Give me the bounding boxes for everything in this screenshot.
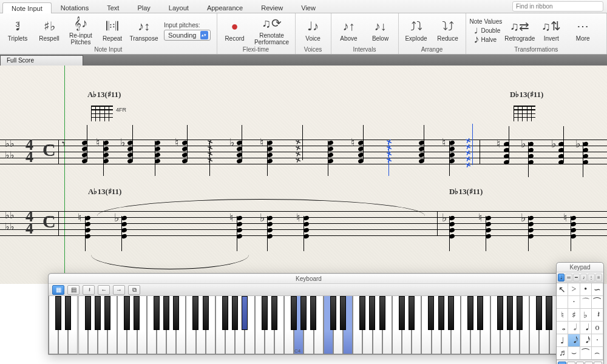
- chord-symbol[interactable]: A♭13(♯11): [88, 187, 121, 197]
- black-key[interactable]: [517, 296, 523, 330]
- black-key[interactable]: [428, 296, 434, 330]
- black-key[interactable]: [507, 296, 513, 330]
- keypad-tab-1[interactable]: ♩: [558, 274, 565, 281]
- keypad-voice-all[interactable]: All: [594, 362, 602, 364]
- tab-appearance[interactable]: Appearance: [198, 2, 252, 13]
- keypad-cell[interactable]: ∽: [592, 283, 603, 296]
- keypad-cell[interactable]: ♮: [557, 309, 568, 322]
- keypad-voice-4[interactable]: 4: [585, 362, 593, 364]
- keyboard-panel[interactable]: Keyboard ▦ ▤ 𝄽 ← → ⧉ C4 NORMAL: [48, 273, 569, 355]
- keypad-cell[interactable]: 𝄽: [592, 309, 603, 322]
- double-button[interactable]: 𝅗𝅥𝅗𝅥Double: [470, 27, 503, 35]
- renotate-button[interactable]: ♫⟳Renotate Performance: [253, 15, 291, 46]
- black-key[interactable]: [203, 296, 209, 330]
- score-canvas[interactable]: A♭13(♯11) 4FR D♭13(♯11) A♭13(♯11) D♭13(♯…: [0, 66, 607, 284]
- black-key[interactable]: [192, 296, 198, 330]
- black-key[interactable]: [232, 296, 238, 330]
- keypad-cell[interactable]: ♬: [557, 347, 568, 360]
- keypad-cell[interactable]: ⌣: [568, 347, 580, 360]
- tab-text[interactable]: Text: [98, 2, 128, 13]
- black-key[interactable]: [467, 296, 473, 330]
- black-key[interactable]: [65, 296, 71, 330]
- keypad-cell[interactable]: •: [580, 283, 592, 296]
- black-key[interactable]: [291, 296, 297, 330]
- keypad-voice-3[interactable]: 3: [576, 362, 585, 364]
- keypad-cell[interactable]: 𝅝: [557, 322, 568, 334]
- black-key[interactable]: [330, 296, 336, 330]
- keypad-cell[interactable]: ·: [592, 334, 603, 347]
- black-key[interactable]: [438, 296, 444, 330]
- black-key[interactable]: [369, 296, 375, 330]
- transpose-button[interactable]: ♪↕Transpose: [130, 18, 158, 42]
- black-key[interactable]: [55, 296, 61, 330]
- black-key[interactable]: [546, 296, 552, 330]
- black-key[interactable]: [359, 296, 365, 330]
- voice-button[interactable]: ♩♪Voice: [299, 18, 327, 42]
- below-button[interactable]: ♪↓Below: [367, 18, 395, 42]
- respell-button[interactable]: ♯♭Respell: [35, 18, 63, 42]
- keypad-cell[interactable]: ♩: [557, 334, 568, 347]
- record-button[interactable]: ●Record: [221, 18, 249, 42]
- chord-diagram-ab[interactable]: 4FR: [89, 101, 115, 124]
- black-key[interactable]: [379, 296, 385, 330]
- black-key[interactable]: [222, 296, 228, 330]
- keypad-cell[interactable]: ⌢: [592, 347, 603, 360]
- repeat-button[interactable]: 𝄆𝄇Repeat: [98, 18, 126, 42]
- reinput-pitches-button[interactable]: 𝄞♪Re-input Pitches: [67, 15, 95, 46]
- chord-symbol[interactable]: A♭13(♯11): [87, 90, 121, 99]
- keyboard-prev-button[interactable]: ←: [98, 285, 110, 295]
- reduce-button[interactable]: ⤵⤴Reduce: [434, 18, 462, 42]
- black-key[interactable]: [163, 296, 169, 330]
- black-key[interactable]: [85, 296, 91, 330]
- keypad-voice-1[interactable]: 1: [558, 362, 566, 364]
- keypad-cell[interactable]: ⌒: [580, 296, 592, 309]
- black-key[interactable]: [477, 296, 483, 330]
- keypad-voice-2[interactable]: 2: [567, 362, 575, 364]
- black-key[interactable]: [536, 296, 542, 330]
- black-key[interactable]: [262, 296, 268, 330]
- keypad-cell[interactable]: 𝅗𝅥: [568, 322, 580, 334]
- black-key[interactable]: [242, 296, 248, 330]
- tab-notations[interactable]: Notations: [52, 2, 98, 13]
- black-key[interactable]: [271, 296, 277, 330]
- keypad-tab-3[interactable]: ━: [573, 274, 580, 281]
- chord-symbol[interactable]: D♭13(♯11): [510, 90, 543, 99]
- black-key[interactable]: [497, 296, 503, 330]
- black-key[interactable]: [173, 296, 179, 330]
- black-key[interactable]: [310, 296, 316, 330]
- more-button[interactable]: ⋯More: [569, 18, 597, 42]
- tab-view[interactable]: View: [292, 2, 325, 13]
- black-key[interactable]: [124, 296, 130, 330]
- keypad-cell[interactable]: ↖: [557, 283, 568, 296]
- keyboard-window-button[interactable]: ⧉: [128, 285, 140, 295]
- ribbon-search-input[interactable]: [512, 1, 603, 12]
- keypad-cell[interactable]: ⁀: [580, 347, 592, 360]
- black-key[interactable]: [104, 296, 110, 330]
- keypad-cell[interactable]: [557, 296, 568, 309]
- input-pitches-select[interactable]: Sounding ▴▾: [164, 30, 211, 41]
- keypad-cell[interactable]: >: [568, 283, 580, 296]
- black-key[interactable]: [300, 296, 307, 330]
- keyboard-view1-button[interactable]: ▦: [52, 285, 64, 295]
- above-button[interactable]: ♪↑Above: [335, 18, 363, 42]
- score-tab-full-score[interactable]: Full Score: [0, 55, 83, 66]
- keypad-panel[interactable]: Keypad ♩ ═ ━ ♪ ⋮ ≡ ↖>•∽·⌒⁀♮♯♭𝄽𝅝𝅗𝅥𝅘𝅥o♩𝅘𝅥𝅮…: [556, 262, 604, 364]
- tab-play[interactable]: Play: [128, 2, 159, 13]
- keyboard-rest-button[interactable]: 𝄽: [83, 285, 95, 295]
- keyboard-view2-button[interactable]: ▤: [67, 285, 80, 295]
- keypad-cell[interactable]: 𝅘𝅥𝅯: [580, 334, 592, 347]
- chord-diagram-db[interactable]: [511, 101, 538, 124]
- retrograde-button[interactable]: ♫⇄Retrograde: [506, 18, 534, 42]
- keypad-cell[interactable]: ♯: [568, 309, 580, 322]
- black-key[interactable]: [409, 296, 415, 330]
- explode-button[interactable]: ⤴⤵Explode: [402, 18, 430, 42]
- keypad-cell[interactable]: 𝅘𝅥𝅮: [568, 334, 580, 347]
- halve-button[interactable]: 𝅘𝅥𝅮𝅘𝅥𝅮Halve: [470, 36, 503, 44]
- keypad-cell[interactable]: ⁀: [592, 296, 603, 309]
- black-key[interactable]: [448, 296, 454, 330]
- keypad-tab-6[interactable]: ≡: [595, 274, 602, 281]
- keypad-tab-2[interactable]: ═: [565, 274, 572, 281]
- tab-note-input[interactable]: Note Input: [2, 2, 52, 13]
- black-key[interactable]: [340, 296, 346, 330]
- black-key[interactable]: [95, 296, 101, 330]
